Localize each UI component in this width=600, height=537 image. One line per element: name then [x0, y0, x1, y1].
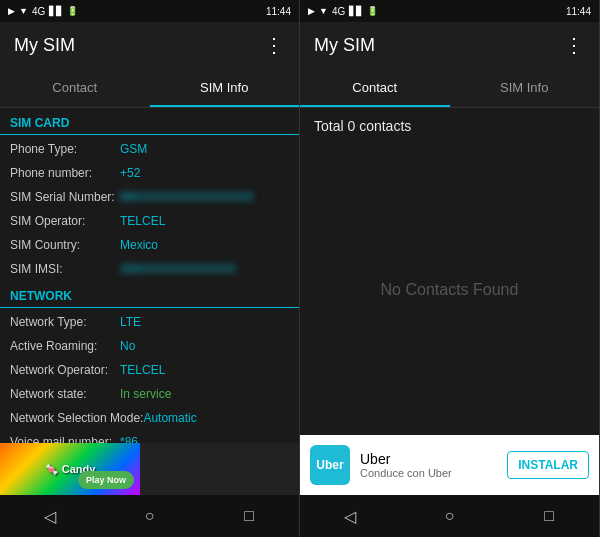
- left-status-right: 11:44: [266, 6, 291, 17]
- total-contacts-text: Total 0 contacts: [300, 108, 599, 144]
- right-app-title: My SIM: [314, 35, 375, 56]
- network-selection-row: Network Selection Mode: Automatic: [0, 406, 299, 430]
- phone-type-value: GSM: [120, 142, 289, 156]
- signal-bars-left: ▋▊: [49, 6, 63, 16]
- network-operator-row: Network Operator: TELCEL: [0, 358, 299, 382]
- active-roaming-label: Active Roaming:: [10, 339, 120, 353]
- network-type-row: Network Type: LTE: [0, 310, 299, 334]
- network-type-left: 4G: [32, 6, 45, 17]
- simcard-section-header: SIM CARD: [0, 108, 299, 135]
- uber-app-name: Uber: [360, 451, 497, 467]
- sim-country-row: SIM Country: Mexico: [0, 233, 299, 257]
- sim-operator-row: SIM Operator: TELCEL: [0, 209, 299, 233]
- phone-number-value: +52: [120, 166, 289, 180]
- right-tab-siminfo[interactable]: SIM Info: [450, 68, 600, 107]
- right-tabs: Contact SIM Info: [300, 68, 599, 108]
- uber-text: Uber Conduce con Uber: [360, 451, 497, 479]
- sim-country-value: Mexico: [120, 238, 289, 252]
- voicemail-value: *86: [120, 435, 289, 443]
- phone-number-row: Phone number: +52: [0, 161, 299, 185]
- sim-imsi-value: 334XXXXXXXXXXXX: [120, 262, 289, 276]
- network-selection-value: Automatic: [143, 411, 289, 425]
- right-play-icon: ▶: [308, 6, 315, 16]
- uber-logo: Uber: [310, 445, 350, 485]
- no-contacts-area: No Contacts Found: [300, 144, 599, 435]
- right-wifi-icon: ▼: [319, 6, 328, 16]
- right-app-bar: My SIM ⋮: [300, 22, 599, 68]
- network-section-header: NETWORK: [0, 281, 299, 308]
- active-roaming-row: Active Roaming: No: [0, 334, 299, 358]
- sim-imsi-label: SIM IMSI:: [10, 262, 120, 276]
- no-contacts-text: No Contacts Found: [381, 281, 519, 299]
- right-signal-bars: ▋▊: [349, 6, 363, 16]
- network-operator-label: Network Operator:: [10, 363, 120, 377]
- play-icon: ▶: [8, 6, 15, 16]
- sim-imsi-row: SIM IMSI: 334XXXXXXXXXXXX: [0, 257, 299, 281]
- right-battery: 🔋: [367, 6, 378, 16]
- sim-country-label: SIM Country:: [10, 238, 120, 252]
- right-time: 11:44: [566, 6, 591, 17]
- phone-type-label: Phone Type:: [10, 142, 120, 156]
- right-back-button[interactable]: ◁: [330, 496, 370, 536]
- right-network-type: 4G: [332, 6, 345, 17]
- voicemail-label: Voice mail number:: [10, 435, 120, 443]
- left-back-button[interactable]: ◁: [30, 496, 70, 536]
- right-tab-contact[interactable]: Contact: [300, 68, 450, 107]
- left-status-bar: ▶ ▼ 4G ▋▊ 🔋 11:44: [0, 0, 299, 22]
- right-status-right: 11:44: [566, 6, 591, 17]
- right-nav-bar: ◁ ○ □: [300, 495, 599, 537]
- right-content: Total 0 contacts No Contacts Found: [300, 108, 599, 435]
- instalar-button[interactable]: INSTALAR: [507, 451, 589, 479]
- play-now-button[interactable]: Play Now: [78, 471, 134, 489]
- network-selection-label: Network Selection Mode:: [10, 411, 143, 425]
- right-menu-button[interactable]: ⋮: [564, 33, 585, 57]
- left-home-button[interactable]: ○: [129, 496, 169, 536]
- voicemail-row: Voice mail number: *86: [0, 430, 299, 443]
- sim-operator-value: TELCEL: [120, 214, 289, 228]
- uber-ad-banner[interactable]: Uber Uber Conduce con Uber INSTALAR: [300, 435, 599, 495]
- wifi-icon: ▼: [19, 6, 28, 16]
- left-tabs: Contact SIM Info: [0, 68, 299, 108]
- phone-number-label: Phone number:: [10, 166, 120, 180]
- sim-serial-value: 89XXXXXXXXXXXXXXX: [120, 190, 289, 204]
- network-operator-value: TELCEL: [120, 363, 289, 377]
- network-state-value: In service: [120, 387, 289, 401]
- sim-serial-label: SIM Serial Number:: [10, 190, 120, 204]
- sim-operator-label: SIM Operator:: [10, 214, 120, 228]
- sim-serial-row: SIM Serial Number: 89XXXXXXXXXXXXXXX: [0, 185, 299, 209]
- active-roaming-value: No: [120, 339, 289, 353]
- right-home-button[interactable]: ○: [429, 496, 469, 536]
- network-type-value: LTE: [120, 315, 289, 329]
- left-status-left: ▶ ▼ 4G ▋▊ 🔋: [8, 6, 78, 17]
- right-status-bar: ▶ ▼ 4G ▋▊ 🔋 11:44: [300, 0, 599, 22]
- network-state-label: Network state:: [10, 387, 120, 401]
- network-state-row: Network state: In service: [0, 382, 299, 406]
- battery-left: 🔋: [67, 6, 78, 16]
- phone-type-row: Phone Type: GSM: [0, 137, 299, 161]
- left-nav-bar: ◁ ○ □: [0, 495, 299, 537]
- left-app-title: My SIM: [14, 35, 75, 56]
- left-tab-contact[interactable]: Contact: [0, 68, 150, 107]
- left-ad-banner[interactable]: 🍬 Candy Play Now: [0, 443, 299, 495]
- right-status-left: ▶ ▼ 4G ▋▊ 🔋: [308, 6, 378, 17]
- right-phone-panel: ▶ ▼ 4G ▋▊ 🔋 11:44 My SIM ⋮ Contact SIM I…: [300, 0, 600, 537]
- left-tab-siminfo[interactable]: SIM Info: [150, 68, 300, 107]
- network-type-label: Network Type:: [10, 315, 120, 329]
- left-content: SIM CARD Phone Type: GSM Phone number: +…: [0, 108, 299, 443]
- time-left: 11:44: [266, 6, 291, 17]
- left-app-bar: My SIM ⋮: [0, 22, 299, 68]
- right-recent-button[interactable]: □: [529, 496, 569, 536]
- left-menu-button[interactable]: ⋮: [264, 33, 285, 57]
- uber-tagline: Conduce con Uber: [360, 467, 497, 479]
- ad-image: 🍬 Candy Play Now: [0, 443, 140, 495]
- left-phone-panel: ▶ ▼ 4G ▋▊ 🔋 11:44 My SIM ⋮ Contact SIM I…: [0, 0, 300, 537]
- left-recent-button[interactable]: □: [229, 496, 269, 536]
